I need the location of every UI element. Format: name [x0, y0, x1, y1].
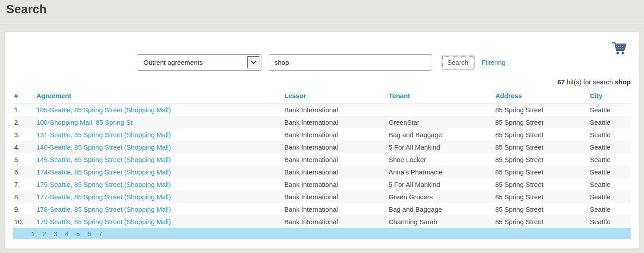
row-number: 8. — [13, 190, 36, 203]
agreement-link[interactable]: 106-Shopping Mall, 85 Spring St — [36, 119, 132, 126]
lessor-cell: Bank International — [283, 190, 388, 203]
table-row: 7.175-Seattle, 85 Spring Street (Shoppin… — [13, 178, 631, 190]
city-cell: Seattle — [589, 203, 631, 215]
agreement-cell: 145-Seattle, 85 Spring Street (Shopping … — [36, 153, 283, 166]
shopping-cart-button[interactable] — [610, 40, 628, 56]
page-number-link[interactable]: 4 — [65, 230, 68, 237]
agreement-link[interactable]: 179-Seattle, 85 Spring Street (Shopping … — [36, 218, 171, 225]
address-cell: 85 Spring Street — [494, 203, 589, 215]
column-header-address: Address — [494, 90, 589, 103]
results-table-container: #AgreementLessorTenantAddressCity 1.105-… — [5, 86, 639, 228]
table-row: 4.140-Seattle, 85 Spring Street (Shoppin… — [13, 141, 631, 153]
row-number: 3. — [13, 128, 36, 141]
chevron-down-icon — [247, 56, 259, 68]
row-number: 6. — [13, 166, 36, 178]
agreement-cell: 175-Seattle, 85 Spring Street (Shopping … — [36, 178, 283, 190]
table-row: 5.145-Seattle, 85 Spring Street (Shoppin… — [13, 153, 631, 166]
address-cell: 85 Spring Street — [494, 190, 589, 203]
lessor-cell: Bank International — [283, 128, 388, 141]
search-category-select[interactable]: Outrent agreements — [137, 54, 262, 71]
table-row: 9.178-Seattle, 85 Spring Street (Shoppin… — [13, 203, 631, 215]
hits-term: shop — [615, 78, 631, 86]
search-button[interactable]: Search — [441, 55, 475, 70]
agreement-link[interactable]: 177-Seattle, 85 Spring Street (Shopping … — [36, 193, 171, 201]
tenant-cell: 5 For All Mankind — [388, 141, 494, 153]
city-cell: Seattle — [589, 178, 631, 190]
agreement-link[interactable]: 131-Seattle, 85 Spring Street (Shopping … — [36, 131, 171, 138]
agreement-cell: 177-Seattle, 85 Spring Street (Shopping … — [36, 190, 283, 203]
tenant-cell — [388, 103, 494, 116]
row-number: 7. — [13, 178, 36, 190]
lessor-cell: Bank International — [283, 153, 388, 166]
tenant-cell: 5 For All Mankind — [388, 178, 494, 190]
search-controls: Outrent agreements Search Filtering — [137, 32, 639, 71]
agreement-link[interactable]: 145-Seattle, 85 Spring Street (Shopping … — [36, 156, 171, 163]
address-cell: 85 Spring Street — [494, 215, 589, 228]
agreement-link[interactable]: 178-Seattle, 85 Spring Street (Shopping … — [36, 206, 171, 213]
lessor-cell: Bank International — [283, 203, 388, 215]
table-row: 1.105-Seattle, 85 Spring Street (Shoppin… — [13, 103, 631, 116]
hits-text: hit(s) for search — [565, 78, 615, 86]
agreement-cell: 140-Seattle, 85 Spring Street (Shopping … — [36, 141, 283, 153]
row-number: 2. — [13, 116, 36, 128]
row-number: 10. — [13, 215, 36, 228]
agreement-cell: 106-Shopping Mall, 85 Spring St — [36, 116, 283, 128]
city-cell: Seattle — [589, 153, 631, 166]
shopping-cart-icon — [611, 50, 628, 57]
results-table-body: 1.105-Seattle, 85 Spring Street (Shoppin… — [13, 103, 631, 228]
agreement-link[interactable]: 174-Seattle, 85 Spring Street (Shopping … — [36, 168, 171, 176]
filtering-link[interactable]: Filtering — [482, 59, 505, 66]
address-cell: 85 Spring Street — [494, 178, 589, 190]
tenant-cell: Bag and Baggage — [388, 128, 494, 141]
tenant-cell: GreenStar — [388, 116, 494, 128]
selected-category-label: Outrent agreements — [143, 59, 247, 66]
row-number: 4. — [13, 141, 36, 153]
address-cell: 85 Spring Street — [494, 103, 589, 116]
lessor-cell: Bank International — [283, 215, 388, 228]
page-title: Search — [6, 3, 638, 16]
lessor-cell: Bank International — [283, 166, 388, 178]
agreement-cell: 105-Seattle, 85 Spring Street (Shopping … — [36, 103, 283, 116]
city-cell: Seattle — [589, 103, 631, 116]
city-cell: Seattle — [589, 166, 631, 178]
page-number-link[interactable]: 6 — [87, 230, 91, 237]
page-number-link[interactable]: 2 — [42, 230, 46, 237]
city-cell: Seattle — [589, 215, 631, 228]
lessor-cell: Bank International — [283, 178, 388, 190]
page-number-link[interactable]: 3 — [54, 230, 57, 237]
tenant-cell: Bag and Baggage — [388, 203, 494, 215]
pagination-bar: 1234567 — [13, 228, 631, 239]
results-summary: 67 hit(s) for search shop — [5, 78, 639, 86]
page-number-link[interactable]: 7 — [99, 230, 102, 237]
column-header-num: # — [13, 90, 36, 103]
city-cell: Seattle — [589, 116, 631, 128]
address-cell: 85 Spring Street — [494, 116, 589, 128]
search-query-input[interactable] — [269, 54, 432, 71]
address-cell: 85 Spring Street — [494, 153, 589, 166]
table-row: 6.174-Seattle, 85 Spring Street (Shoppin… — [13, 166, 631, 178]
row-number: 1. — [13, 103, 36, 116]
table-row: 8.177-Seattle, 85 Spring Street (Shoppin… — [13, 190, 631, 203]
lessor-cell: Bank International — [283, 141, 388, 153]
column-header-city: City — [589, 90, 631, 103]
lessor-cell: Bank International — [283, 116, 388, 128]
agreement-link[interactable]: 140-Seattle, 85 Spring Street (Shopping … — [36, 143, 171, 151]
city-cell: Seattle — [589, 190, 631, 203]
row-number: 9. — [13, 203, 36, 215]
agreement-link[interactable]: 105-Seattle, 85 Spring Street (Shopping … — [36, 106, 171, 114]
column-header-lessor: Lessor — [283, 90, 388, 103]
column-header-tenant: Tenant — [388, 90, 494, 103]
search-results-panel: Outrent agreements Search Filtering 67 h… — [5, 32, 639, 249]
address-cell: 85 Spring Street — [494, 141, 589, 153]
hits-count: 67 — [557, 78, 565, 86]
column-header-agreement: Agreement — [36, 90, 283, 103]
tenant-cell: Green Grocers — [388, 190, 494, 203]
tenant-cell: Charming Sarah — [388, 215, 494, 228]
table-row: 2.106-Shopping Mall, 85 Spring StBank In… — [13, 116, 631, 128]
tenant-cell: Anna's Pharmacie — [388, 166, 494, 178]
city-cell: Seattle — [589, 141, 631, 153]
page-number-current: 1 — [31, 230, 35, 237]
agreement-cell: 131-Seattle, 85 Spring Street (Shopping … — [36, 128, 283, 141]
page-number-link[interactable]: 5 — [76, 230, 80, 237]
agreement-link[interactable]: 175-Seattle, 85 Spring Street (Shopping … — [36, 181, 171, 188]
